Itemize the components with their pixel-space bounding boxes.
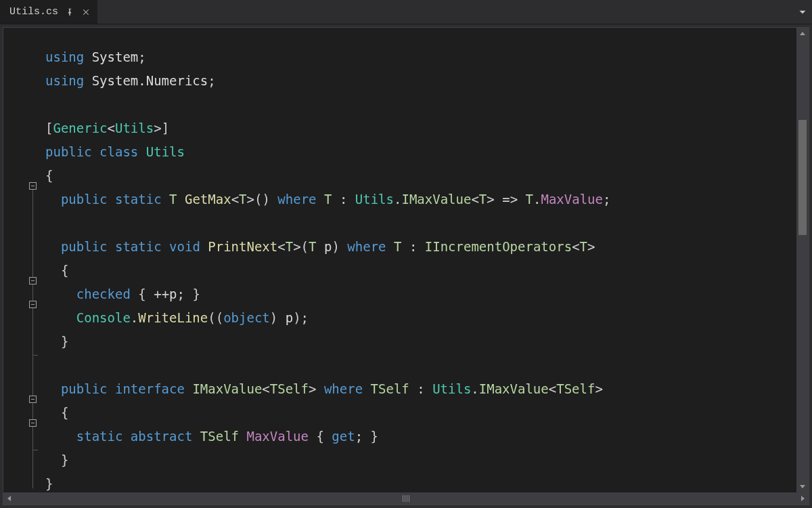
hscroll-grip[interactable]	[397, 494, 415, 503]
fold-toggle[interactable]	[29, 419, 37, 427]
editor-container: using System; using System.Numerics; [Ge…	[3, 27, 809, 505]
fold-toggle[interactable]	[29, 277, 37, 284]
fold-toggle[interactable]	[29, 182, 37, 190]
scroll-right-icon[interactable]	[796, 492, 809, 505]
editor-window: Utils.cs using Sy	[0, 0, 812, 508]
vscroll-thumb[interactable]	[798, 120, 807, 235]
horizontal-scrollbar[interactable]	[3, 492, 809, 505]
editor-body: using System; using System.Numerics; [Ge…	[3, 28, 809, 492]
pin-icon[interactable]	[65, 7, 74, 17]
scroll-up-icon[interactable]	[796, 28, 809, 40]
code-area[interactable]: using System; using System.Numerics; [Ge…	[43, 28, 796, 492]
vscroll-track[interactable]	[796, 40, 809, 480]
hscroll-track[interactable]	[16, 492, 796, 505]
close-icon[interactable]	[81, 7, 91, 17]
file-tab-utils[interactable]: Utils.cs	[0, 0, 98, 24]
vertical-scrollbar[interactable]	[796, 28, 809, 492]
scroll-down-icon[interactable]	[796, 480, 809, 492]
gutter	[3, 28, 43, 492]
tab-overflow-button[interactable]	[798, 0, 807, 24]
scroll-left-icon[interactable]	[3, 492, 16, 505]
fold-toggle[interactable]	[29, 396, 37, 403]
fold-toggle[interactable]	[29, 301, 37, 308]
tab-bar: Utils.cs	[0, 0, 812, 24]
tab-label: Utils.cs	[9, 6, 58, 18]
